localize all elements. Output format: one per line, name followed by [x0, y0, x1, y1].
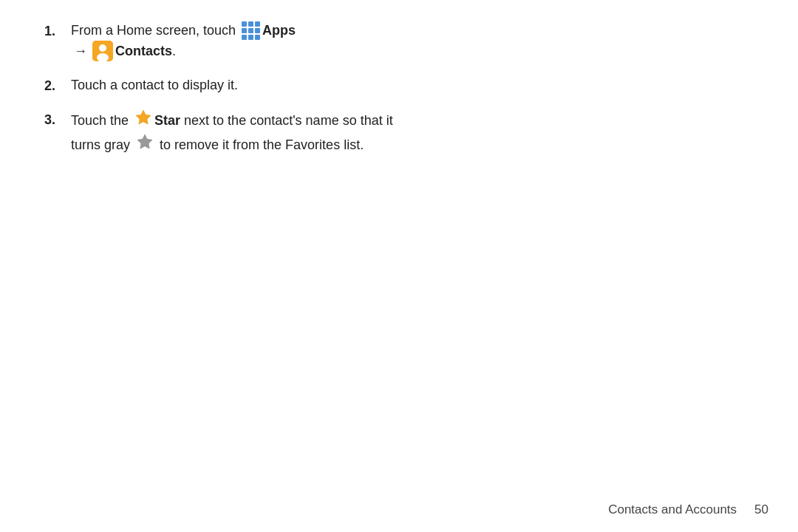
contacts-app-icon [92, 41, 113, 61]
step-3-text-before: Touch the [71, 113, 132, 128]
svg-marker-3 [136, 110, 151, 124]
svg-marker-4 [137, 134, 152, 149]
step-3-number: 3. [44, 109, 71, 130]
step-2-content: Touch a contact to display it. [71, 75, 754, 96]
footer-page-number: 50 [754, 502, 768, 517]
step-1: 1. From a Home screen, touch Apps → Cont… [44, 21, 754, 62]
step-1-content: From a Home screen, touch Apps → Contact… [71, 21, 754, 62]
instruction-list: 1. From a Home screen, touch Apps → Cont… [44, 21, 754, 158]
contacts-label: Contacts [115, 44, 172, 58]
step-2-text: Touch a contact to display it. [71, 78, 238, 92]
step-3-text-after: next to the contact's name so that it [180, 113, 393, 128]
apps-label: Apps [262, 23, 296, 38]
step-3-line2: turns gray to remove it from the Favorit… [71, 137, 364, 152]
page-footer: Contacts and Accounts 50 [608, 502, 768, 517]
footer-title: Contacts and Accounts [608, 502, 737, 517]
apps-grid-icon [242, 21, 260, 40]
step-1-number: 1. [44, 21, 71, 41]
step-3-content: Touch the Star next to the contact's nam… [71, 109, 754, 158]
main-content: 1. From a Home screen, touch Apps → Cont… [0, 0, 798, 216]
step-1-text-before: From a Home screen, touch [71, 23, 239, 38]
star-orange-icon [134, 109, 152, 133]
step-2-number: 2. [44, 75, 71, 96]
contacts-period: . [172, 44, 176, 58]
star-gray-icon [136, 133, 154, 157]
step-3-remove-text: to remove it from the Favorites list. [156, 137, 364, 152]
star-label: Star [154, 113, 180, 128]
step-3-turns-gray: turns gray [71, 137, 134, 152]
step-2: 2. Touch a contact to display it. [44, 75, 754, 96]
arrow-icon: → [74, 41, 87, 62]
svg-point-1 [99, 44, 106, 52]
step-3: 3. Touch the Star next to the contact's … [44, 109, 754, 158]
